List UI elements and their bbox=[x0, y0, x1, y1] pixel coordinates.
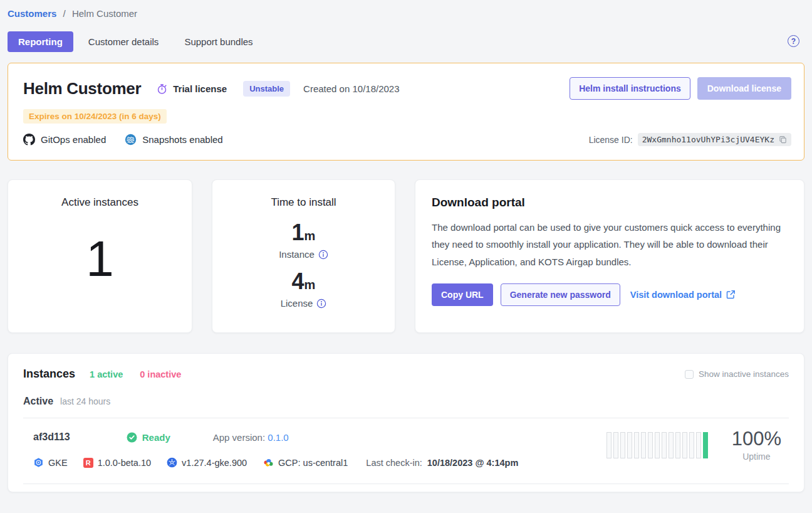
license-id-chip[interactable]: 2WxGmnho11ovUhYPi3cjUV4EYKz bbox=[638, 133, 791, 146]
license-install-label: License bbox=[281, 298, 313, 309]
kots-version-label: 1.0.0-beta.10 bbox=[98, 458, 151, 468]
uptime-block: 100% Uptime bbox=[606, 428, 781, 462]
show-inactive-toggle[interactable]: Show inactive instances bbox=[685, 369, 789, 379]
show-inactive-checkbox[interactable] bbox=[685, 370, 694, 379]
instance-id: af3d113 bbox=[33, 431, 70, 443]
distribution-chip: GKE bbox=[33, 457, 68, 468]
active-group-label: Active bbox=[23, 396, 53, 407]
distribution-label: GKE bbox=[48, 458, 68, 468]
license-id-group: License ID: 2WxGmnho11ovUhYPi3cjUV4EYKz bbox=[589, 133, 791, 146]
replicated-icon: R bbox=[83, 458, 93, 468]
show-inactive-label: Show inactive instances bbox=[699, 369, 789, 379]
tab-customer-details[interactable]: Customer details bbox=[78, 31, 170, 52]
active-instances-value: 1 bbox=[86, 234, 114, 284]
license-install-number: 4 bbox=[292, 268, 304, 294]
instance-install-number: 1 bbox=[292, 219, 304, 245]
visit-download-portal-link[interactable]: Visit download portal bbox=[630, 290, 736, 300]
inactive-count: 0 inactive bbox=[140, 369, 181, 379]
last-checkin-label: Last check-in: bbox=[366, 458, 422, 468]
gitops-feature: GitOps enabled bbox=[23, 134, 106, 145]
breadcrumb: Customers / Helm Customer bbox=[8, 0, 804, 19]
license-id-value: 2WxGmnho11ovUhYPi3cjUV4EYKz bbox=[642, 135, 774, 144]
app-version-link[interactable]: 0.1.0 bbox=[268, 432, 288, 443]
stats-row: Active instances 1 Time to install 1m In… bbox=[8, 179, 804, 333]
active-instances-card: Active instances 1 bbox=[8, 179, 192, 333]
download-portal-card: Download portal The download portal can … bbox=[415, 179, 804, 333]
license-install-unit: m bbox=[304, 278, 316, 292]
breadcrumb-separator: / bbox=[63, 8, 66, 19]
kots-version-chip: R 1.0.0-beta.10 bbox=[83, 458, 151, 468]
external-link-icon bbox=[726, 290, 736, 299]
info-icon[interactable] bbox=[316, 299, 326, 309]
tab-reporting[interactable]: Reporting bbox=[8, 31, 73, 52]
instance-install-label: Instance bbox=[279, 249, 315, 260]
breadcrumb-current: Helm Customer bbox=[72, 8, 137, 19]
active-count: 1 active bbox=[90, 369, 123, 379]
uptime-percent: 100% bbox=[732, 428, 781, 450]
instance-status: Ready bbox=[142, 432, 170, 443]
app-version-label: App version: bbox=[213, 432, 265, 443]
info-icon[interactable] bbox=[318, 250, 328, 260]
k8s-version-label: v1.27.4-gke.900 bbox=[182, 458, 247, 468]
instance-install-unit: m bbox=[304, 229, 316, 243]
ready-check-icon bbox=[127, 432, 137, 443]
customer-title: Helm Customer bbox=[23, 79, 141, 98]
license-id-label: License ID: bbox=[589, 135, 633, 145]
license-install-time: 4m bbox=[292, 270, 316, 293]
tab-support-bundles[interactable]: Support bundles bbox=[174, 31, 263, 52]
trial-timer-icon bbox=[156, 83, 168, 95]
license-type-label: Trial license bbox=[173, 83, 227, 94]
active-instances-title: Active instances bbox=[61, 196, 138, 209]
generate-password-button[interactable]: Generate new password bbox=[501, 283, 620, 306]
download-license-button[interactable]: Download license bbox=[697, 77, 791, 100]
github-icon bbox=[23, 134, 35, 145]
download-portal-description: The download portal can be used to give … bbox=[432, 219, 788, 270]
customer-summary-card: Helm Customer Trial license Unstable Cre… bbox=[8, 63, 804, 161]
active-group-range: last 24 hours bbox=[60, 396, 110, 406]
copy-icon[interactable] bbox=[779, 135, 787, 144]
time-to-install-card: Time to install 1m Instance 4m License bbox=[212, 179, 395, 333]
gitops-label: GitOps enabled bbox=[41, 134, 106, 145]
cloud-region-label: GCP: us-central1 bbox=[278, 458, 348, 468]
kubernetes-icon bbox=[167, 457, 177, 468]
instances-card: Instances 1 active 0 inactive Show inact… bbox=[8, 353, 804, 492]
visit-link-label: Visit download portal bbox=[630, 290, 722, 300]
help-icon[interactable]: ? bbox=[788, 35, 799, 47]
last-checkin-value: 10/18/2023 @ 4:14pm bbox=[427, 458, 519, 468]
uptime-label: Uptime bbox=[732, 452, 781, 462]
instance-row[interactable]: af3d113 Ready App version: 0.1.0 bbox=[23, 418, 789, 484]
copy-url-button[interactable]: Copy URL bbox=[432, 283, 493, 306]
page: Customers / Helm Customer Reporting Cust… bbox=[0, 0, 812, 492]
created-date: Created on 10/18/2023 bbox=[303, 83, 399, 94]
instance-install-time: 1m bbox=[292, 221, 316, 244]
breadcrumb-customers-link[interactable]: Customers bbox=[8, 8, 56, 19]
tab-bar: Reporting Customer details Support bundl… bbox=[8, 31, 804, 52]
k8s-version-chip: v1.27.4-gke.900 bbox=[167, 457, 247, 468]
gke-icon bbox=[33, 457, 44, 468]
expires-badge: Expires on 10/24/2023 (in 6 days) bbox=[23, 109, 167, 124]
snapshots-feature: Snapshots enabled bbox=[125, 134, 222, 145]
helm-install-instructions-button[interactable]: Helm install instructions bbox=[570, 77, 690, 100]
status-badge: Unstable bbox=[243, 81, 290, 97]
uptime-bars bbox=[606, 432, 708, 458]
download-portal-title: Download portal bbox=[432, 196, 788, 209]
instances-title: Instances bbox=[23, 368, 75, 381]
time-to-install-title: Time to install bbox=[271, 196, 336, 209]
snapshots-waves-icon bbox=[125, 134, 137, 145]
cloud-region-chip: GCP: us-central1 bbox=[263, 458, 348, 468]
gcp-cloud-icon bbox=[263, 458, 274, 467]
snapshots-label: Snapshots enabled bbox=[142, 134, 222, 145]
